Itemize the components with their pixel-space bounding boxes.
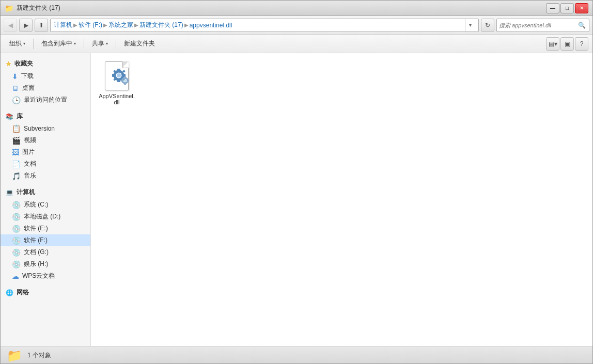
file-item-appvsentinel[interactable]: AppVSentinel.dll <box>96 58 137 107</box>
sidebar-item-download[interactable]: ⬇ 下载 <box>1 70 90 82</box>
search-input[interactable] <box>499 22 576 28</box>
status-folder-icon: 📁 <box>7 349 22 363</box>
include-in-library-label: 包含到库中 <box>41 39 72 48</box>
music-icon: 🎵 <box>12 172 21 180</box>
title-bar: 📁 新建文件夹 (17) — □ ✕ <box>1 1 592 16</box>
address-bar-dropdown[interactable]: ▾ <box>465 19 475 31</box>
share-button[interactable]: 共享 ▾ <box>87 37 113 51</box>
sidebar-item-images[interactable]: 🖼 图片 <box>1 146 90 158</box>
search-bar[interactable]: 🔍 <box>496 19 589 32</box>
breadcrumb-item-software-f[interactable]: 软件 (F:) <box>79 21 102 29</box>
breadcrumb-item-dll[interactable]: appvsentinel.dll <box>190 22 232 29</box>
svg-rect-12 <box>124 76 126 78</box>
status-count-text: 1 个对象 <box>27 351 51 360</box>
breadcrumb-item-new-folder[interactable]: 新建文件夹 (17) <box>139 21 183 29</box>
view-toggle-button[interactable]: ▤▾ <box>546 37 559 51</box>
svg-point-1 <box>117 73 121 77</box>
library-icon: 📚 <box>6 113 13 120</box>
organize-chevron: ▾ <box>23 41 25 46</box>
drive-f-icon: 💿 <box>12 236 21 245</box>
svg-rect-2 <box>117 69 120 71</box>
pane-button[interactable]: ▣ <box>560 37 574 51</box>
drive-h-icon: 💿 <box>12 260 21 268</box>
sidebar-item-subversion[interactable]: 📋 Subversion <box>1 123 90 134</box>
music-label: 音乐 <box>24 171 36 180</box>
share-chevron: ▾ <box>106 41 108 46</box>
title-bar-icon: 📁 <box>5 4 13 12</box>
file-grid: AppVSentinel.dll <box>96 58 587 107</box>
sidebar-item-drive-g[interactable]: 💿 文档 (G:) <box>1 246 90 258</box>
sidebar-item-drive-h[interactable]: 💿 娱乐 (H:) <box>1 258 90 270</box>
address-bar[interactable]: 计算机 ▶ 软件 (F:) ▶ 系统之家 ▶ 新建文件夹 (17) ▶ appv… <box>50 19 479 32</box>
computer-label: 计算机 <box>17 188 35 197</box>
title-bar-controls: — □ ✕ <box>546 3 588 13</box>
sidebar-item-desktop[interactable]: 🖥 桌面 <box>1 82 90 94</box>
help-button[interactable]: ? <box>575 37 588 51</box>
file-name-appvsentinel: AppVSentinel.dll <box>98 93 135 105</box>
computer-header: 💻 计算机 <box>1 186 90 199</box>
breadcrumb-item-syszhijia[interactable]: 系统之家 <box>108 21 133 29</box>
sidebar-section-network: 🌐 网络 <box>1 286 90 299</box>
sidebar-item-drive-f[interactable]: 💿 软件 (F:) <box>1 234 90 246</box>
toolbar-separator-1 <box>33 39 34 49</box>
drive-g-icon: 💿 <box>12 248 21 257</box>
toolbar-separator-2 <box>84 39 84 49</box>
sidebar-item-music[interactable]: 🎵 音乐 <box>1 170 90 182</box>
breadcrumb-sep-1: ▶ <box>73 22 77 28</box>
drive-g-label: 文档 (G:) <box>24 248 49 257</box>
main-area: ★ 收藏夹 ⬇ 下载 🖥 桌面 🕒 最近访问的位置 📚 库 � <box>1 53 592 346</box>
sidebar-item-drive-d[interactable]: 💿 本地磁盘 (D:) <box>1 211 90 223</box>
wps-icon: ☁ <box>12 272 19 280</box>
sidebar-item-documents[interactable]: 📄 文档 <box>1 158 90 170</box>
forward-button[interactable]: ▶ <box>19 19 33 32</box>
dll-paper <box>105 61 129 90</box>
nav-bar: ◀ ▶ ⬆ 计算机 ▶ 软件 (F:) ▶ 系统之家 ▶ 新建文件夹 (17) … <box>1 16 592 35</box>
drive-h-label: 娱乐 (H:) <box>24 260 48 268</box>
up-button[interactable]: ⬆ <box>35 19 48 32</box>
dll-gears <box>108 66 133 89</box>
svg-rect-3 <box>117 80 120 82</box>
computer-icon: 💻 <box>6 189 13 196</box>
refresh-button[interactable]: ↻ <box>481 19 494 32</box>
network-label: 网络 <box>17 288 29 297</box>
recent-label: 最近访问的位置 <box>24 96 67 104</box>
sidebar-section-favorites: ★ 收藏夹 ⬇ 下载 🖥 桌面 🕒 最近访问的位置 <box>1 57 90 106</box>
new-folder-button[interactable]: 新建文件夹 <box>119 37 160 51</box>
drive-c-label: 系统 (C:) <box>24 200 48 209</box>
sidebar-item-drive-e[interactable]: 💿 软件 (E:) <box>1 223 90 234</box>
drive-c-icon: 💿 <box>12 201 21 209</box>
wps-label: WPS云文档 <box>22 272 55 280</box>
organize-button[interactable]: 组织 ▾ <box>5 37 30 51</box>
search-icon[interactable]: 🔍 <box>576 20 587 30</box>
drive-e-label: 软件 (E:) <box>24 224 48 233</box>
network-header: 🌐 网络 <box>1 286 90 299</box>
drive-d-icon: 💿 <box>12 213 21 221</box>
status-bar: 📁 1 个对象 <box>1 346 592 364</box>
close-button[interactable]: ✕ <box>575 3 588 13</box>
sidebar-item-recent[interactable]: 🕒 最近访问的位置 <box>1 94 90 106</box>
sidebar-section-library: 📚 库 📋 Subversion 🎬 视频 🖼 图片 📄 文档 🎵 音乐 <box>1 110 90 182</box>
library-label: 库 <box>17 112 23 121</box>
sidebar: ★ 收藏夹 ⬇ 下载 🖥 桌面 🕒 最近访问的位置 📚 库 � <box>1 53 91 346</box>
sidebar-section-computer: 💻 计算机 💿 系统 (C:) 💿 本地磁盘 (D:) 💿 软件 (E:) 💿 … <box>1 186 90 282</box>
sidebar-item-drive-c[interactable]: 💿 系统 (C:) <box>1 199 90 211</box>
maximize-button[interactable]: □ <box>560 3 574 13</box>
breadcrumb-sep-3: ▶ <box>134 22 138 28</box>
sidebar-item-wps[interactable]: ☁ WPS云文档 <box>1 270 90 282</box>
download-label: 下载 <box>21 72 34 81</box>
breadcrumb-sep-2: ▶ <box>103 22 107 28</box>
minimize-button[interactable]: — <box>546 3 559 13</box>
favorites-label: 收藏夹 <box>14 59 33 68</box>
file-area: AppVSentinel.dll <box>91 53 592 346</box>
favorites-header: ★ 收藏夹 <box>1 57 90 70</box>
svg-rect-15 <box>127 80 129 82</box>
breadcrumb-item-computer[interactable]: 计算机 <box>54 21 72 29</box>
subversion-icon: 📋 <box>12 124 21 133</box>
dll-icon-container <box>105 61 129 90</box>
back-button[interactable]: ◀ <box>4 19 17 32</box>
sidebar-item-video[interactable]: 🎬 视频 <box>1 134 90 146</box>
drive-e-icon: 💿 <box>12 225 21 233</box>
include-in-library-button[interactable]: 包含到库中 ▾ <box>37 37 81 51</box>
svg-rect-14 <box>121 80 123 82</box>
documents-icon: 📄 <box>12 160 21 168</box>
